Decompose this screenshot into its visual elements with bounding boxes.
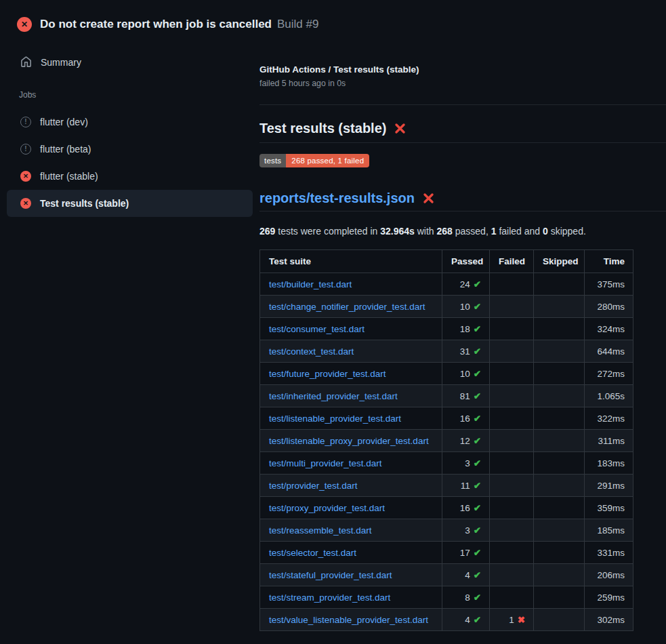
- time-cell: 206ms: [585, 564, 633, 586]
- test-suite-link[interactable]: test/consumer_test.dart: [269, 324, 365, 334]
- table-row: test/listenable_provider_test.dart16322m…: [260, 407, 633, 430]
- time-cell: 280ms: [585, 296, 633, 318]
- time-cell: 322ms: [585, 407, 633, 430]
- check-icon: [470, 525, 481, 536]
- sidebar-summary-label: Summary: [41, 57, 81, 68]
- failed-cell: [490, 475, 534, 497]
- failed-cell: [490, 519, 534, 542]
- cross-mark-icon: [394, 122, 407, 135]
- test-suite-link[interactable]: test/change_notifier_provider_test.dart: [269, 302, 425, 312]
- sidebar-item-job[interactable]: flutter (stable): [7, 163, 253, 190]
- time-cell: 272ms: [585, 363, 633, 385]
- sidebar-item-job[interactable]: flutter (dev): [7, 108, 253, 136]
- test-suite-link[interactable]: test/future_provider_test.dart: [269, 369, 386, 379]
- time-cell: 259ms: [585, 586, 633, 609]
- summary-number: 268: [437, 226, 453, 237]
- passed-count: 31: [460, 346, 470, 357]
- column-header-passed: Passed: [442, 250, 490, 273]
- table-header-row: Test suite Passed Failed Skipped Time: [260, 250, 633, 273]
- job-label: flutter (beta): [40, 144, 91, 155]
- failed-cell: [490, 318, 534, 340]
- jobs-list: flutter (dev)flutter (beta)flutter (stab…: [0, 108, 259, 217]
- test-suite-link[interactable]: test/stream_provider_test.dart: [269, 592, 390, 603]
- test-suite-link[interactable]: test/multi_provider_test.dart: [269, 458, 382, 468]
- summary-text: tests were completed in: [275, 226, 380, 237]
- passed-count: 16: [460, 414, 470, 424]
- test-suite-link[interactable]: test/proxy_provider_test.dart: [269, 503, 385, 513]
- section-title-row: Test results (stable): [259, 121, 666, 143]
- failed-cell: [490, 296, 534, 318]
- failed-cell: [490, 363, 534, 385]
- skipped-cell: [534, 318, 585, 340]
- skipped-cell: [534, 385, 585, 407]
- column-header-time: Time: [585, 250, 633, 273]
- table-row: test/value_listenable_provider_test.dart…: [260, 609, 633, 631]
- skipped-cell: [534, 273, 585, 296]
- failed-cell: [490, 497, 534, 519]
- test-results-table: Test suite Passed Failed Skipped Time te…: [259, 249, 633, 631]
- table-row: test/stateful_provider_test.dart4206ms: [260, 564, 633, 586]
- table-row: test/change_notifier_provider_test.dart1…: [260, 296, 633, 318]
- passed-count: 8: [465, 592, 470, 603]
- check-icon: [470, 458, 481, 468]
- table-row: test/selector_test.dart17331ms: [260, 542, 633, 564]
- test-suite-link[interactable]: test/value_listenable_provider_test.dart: [269, 615, 428, 625]
- summary-sentence: 269 tests were completed in 32.964s with…: [259, 226, 666, 237]
- table-row: test/proxy_provider_test.dart16359ms: [260, 497, 633, 519]
- time-cell: 185ms: [585, 519, 633, 542]
- skipped-cell: [534, 586, 585, 609]
- time-cell: 324ms: [585, 318, 633, 340]
- report-file-link[interactable]: reports/test-results.json: [259, 190, 415, 206]
- summary-text: passed,: [453, 226, 491, 237]
- test-suite-link[interactable]: test/listenable_proxy_provider_test.dart: [269, 436, 429, 446]
- passed-count: 12: [460, 436, 470, 446]
- skipped-cell: [534, 542, 585, 564]
- passed-count: 17: [460, 548, 470, 558]
- check-icon: [470, 414, 481, 424]
- test-suite-link[interactable]: test/selector_test.dart: [269, 548, 356, 558]
- section-title: Test results (stable): [259, 121, 386, 136]
- passed-count: 4: [465, 615, 470, 625]
- tests-badge: tests 268 passed, 1 failed: [259, 154, 369, 167]
- passed-cell: 8: [442, 586, 490, 609]
- failed-count: 1: [509, 615, 514, 625]
- failed-cell: [490, 273, 534, 296]
- job-label: flutter (dev): [40, 117, 88, 127]
- failed-cell: 1: [490, 609, 534, 631]
- test-suite-link[interactable]: test/listenable_provider_test.dart: [269, 414, 401, 424]
- table-row: test/multi_provider_test.dart3183ms: [260, 452, 633, 475]
- failed-cell: [490, 407, 534, 430]
- test-suite-link[interactable]: test/stateful_provider_test.dart: [269, 570, 392, 580]
- run-meta: failed 5 hours ago in 0s: [259, 79, 666, 88]
- test-suite-link[interactable]: test/provider_test.dart: [269, 481, 358, 491]
- passed-cell: 24: [442, 273, 490, 296]
- test-suite-link[interactable]: test/context_test.dart: [269, 346, 354, 357]
- sidebar-item-summary[interactable]: Summary: [0, 50, 259, 74]
- divider: [259, 104, 666, 105]
- table-row: test/listenable_proxy_provider_test.dart…: [260, 430, 633, 452]
- x-icon: [514, 615, 525, 625]
- skipped-cell: [534, 452, 585, 475]
- home-icon: [20, 56, 32, 68]
- sidebar-item-job[interactable]: Test results (stable): [7, 190, 253, 217]
- passed-cell: 31: [442, 340, 490, 363]
- passed-cell: 18: [442, 318, 490, 340]
- check-icon: [470, 570, 481, 580]
- failed-cell: [490, 586, 534, 609]
- test-suite-link[interactable]: test/inherited_provider_test.dart: [269, 391, 398, 401]
- passed-cell: 3: [442, 519, 490, 542]
- passed-cell: 16: [442, 497, 490, 519]
- main-panel: GitHub Actions / Test results (stable) f…: [259, 38, 666, 631]
- check-icon: [470, 279, 481, 289]
- test-suite-link[interactable]: test/builder_test.dart: [269, 279, 352, 289]
- table-row: test/consumer_test.dart18324ms: [260, 318, 633, 340]
- table-row: test/stream_provider_test.dart8259ms: [260, 586, 633, 609]
- sidebar-item-job[interactable]: flutter (beta): [7, 136, 253, 163]
- passed-count: 18: [460, 324, 470, 334]
- passed-cell: 17: [442, 542, 490, 564]
- skipped-cell: [534, 407, 585, 430]
- test-suite-link[interactable]: test/reassemble_test.dart: [269, 525, 372, 536]
- passed-count: 16: [460, 503, 470, 513]
- skipped-cell: [534, 564, 585, 586]
- table-row: test/future_provider_test.dart10272ms: [260, 363, 633, 385]
